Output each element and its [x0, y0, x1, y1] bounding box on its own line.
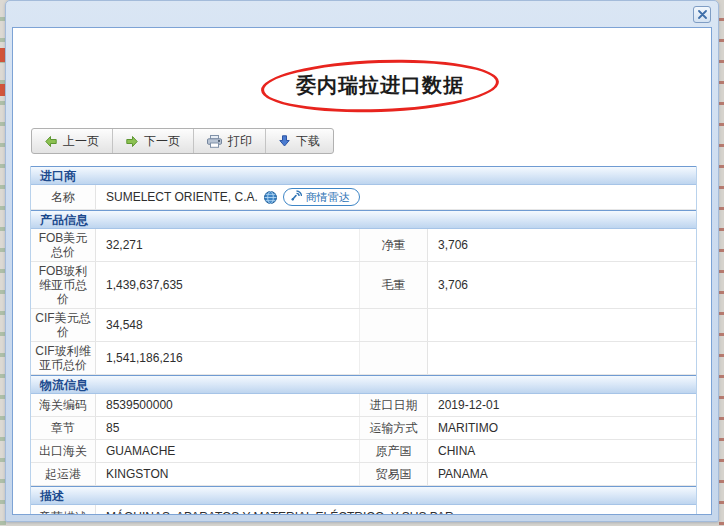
table-row: CIF美元总价34,548: [31, 309, 696, 342]
arrow-right-icon: [126, 136, 138, 147]
arrow-left-icon: [45, 136, 57, 147]
field-value: KINGSTON: [96, 463, 360, 485]
table-row: 出口海关GUAMACHE原产国CHINA: [31, 440, 696, 463]
field-value: MÁQUINAS, APARATOS Y MATERIAL ELÉCTRICO,…: [96, 505, 696, 515]
field-value: [428, 309, 696, 341]
field-label: [360, 342, 428, 374]
field-label: 运输方式: [360, 417, 428, 439]
section-header-logistics: 物流信息: [31, 375, 696, 394]
field-value: 3,706: [428, 229, 696, 261]
field-value: 85: [96, 417, 360, 439]
field-value: SUMELECT ORIENTE, C.A.商情雷达: [96, 185, 696, 209]
field-label: FOB玻利维亚币总价: [31, 262, 96, 308]
window-titlebar[interactable]: [6, 1, 718, 27]
next-page-label: 下一页: [144, 133, 180, 150]
printer-icon: [207, 135, 222, 148]
field-value: GUAMACHE: [96, 440, 360, 462]
window-content: 委内瑞拉进口数据 上一页 下一页: [12, 27, 712, 515]
background-page-fragment-right: [719, 0, 724, 526]
section-header-importer: 进口商: [31, 166, 696, 185]
field-label: 贸易国: [360, 463, 428, 485]
field-label: [360, 309, 428, 341]
field-label: 名称: [31, 185, 96, 209]
section-importer: 进口商名称SUMELECT ORIENTE, C.A.商情雷达: [31, 166, 696, 210]
field-value: 3,706: [428, 262, 696, 308]
section-description: 描述章节描述MÁQUINAS, APARATOS Y MATERIAL ELÉC…: [31, 486, 696, 515]
field-label: 净重: [360, 229, 428, 261]
pager-toolbar: 上一页 下一页 打印: [31, 128, 334, 154]
table-row: FOB玻利维亚币总价1,439,637,635毛重3,706: [31, 262, 696, 309]
title-area: 委内瑞拉进口数据: [13, 58, 711, 116]
arrow-down-icon: [279, 135, 290, 147]
table-row: FOB美元总价32,271净重3,706: [31, 229, 696, 262]
section-logistics: 物流信息海关编码8539500000进口日期2019-12-01章节85运输方式…: [31, 375, 696, 486]
field-value: 8539500000: [96, 394, 360, 416]
field-label: 起运港: [31, 463, 96, 485]
section-header-product: 产品信息: [31, 210, 696, 229]
field-value: 2019-12-01: [428, 394, 696, 416]
field-value: CHINA: [428, 440, 696, 462]
import-data-window: 委内瑞拉进口数据 上一页 下一页: [5, 0, 719, 522]
table-row: 章节85运输方式MARITIMO: [31, 417, 696, 440]
table-row: 章节描述MÁQUINAS, APARATOS Y MATERIAL ELÉCTR…: [31, 505, 696, 515]
field-label: CIF美元总价: [31, 309, 96, 341]
import-detail-table: 进口商名称SUMELECT ORIENTE, C.A.商情雷达产品信息FOB美元…: [30, 166, 697, 515]
radar-icon: [291, 190, 302, 204]
field-label: FOB美元总价: [31, 229, 96, 261]
print-button[interactable]: 打印: [193, 129, 265, 153]
field-value: [428, 342, 696, 374]
field-value: 32,271: [96, 229, 360, 261]
table-row: 名称SUMELECT ORIENTE, C.A.商情雷达: [31, 185, 696, 210]
section-product: 产品信息FOB美元总价32,271净重3,706FOB玻利维亚币总价1,439,…: [31, 210, 696, 375]
next-page-button[interactable]: 下一页: [112, 129, 193, 153]
field-label: 海关编码: [31, 394, 96, 416]
field-label: 毛重: [360, 262, 428, 308]
field-value: 1,541,186,216: [96, 342, 360, 374]
field-label: 章节: [31, 417, 96, 439]
prev-page-button[interactable]: 上一页: [32, 129, 112, 153]
radar-badge-label: 商情雷达: [306, 191, 350, 204]
field-label: CIF玻利维亚币总价: [31, 342, 96, 374]
field-label: 原产国: [360, 440, 428, 462]
download-label: 下载: [296, 133, 320, 150]
field-label: 进口日期: [360, 394, 428, 416]
table-row: CIF玻利维亚币总价1,541,186,216: [31, 342, 696, 375]
field-value: MARITIMO: [428, 417, 696, 439]
close-icon[interactable]: [693, 6, 711, 23]
prev-page-label: 上一页: [63, 133, 99, 150]
globe-icon[interactable]: [264, 191, 277, 204]
field-label: 出口海关: [31, 440, 96, 462]
business-radar-badge[interactable]: 商情雷达: [283, 188, 360, 206]
table-row: 起运港KINGSTON贸易国PANAMA: [31, 463, 696, 486]
page-title: 委内瑞拉进口数据: [296, 74, 464, 96]
field-value: PANAMA: [428, 463, 696, 485]
table-row: 海关编码8539500000进口日期2019-12-01: [31, 394, 696, 417]
field-label: 章节描述: [31, 505, 96, 515]
field-value: 1,439,637,635: [96, 262, 360, 308]
download-button[interactable]: 下载: [265, 129, 333, 153]
section-header-description: 描述: [31, 486, 696, 505]
field-value: 34,548: [96, 309, 360, 341]
print-label: 打印: [228, 133, 252, 150]
